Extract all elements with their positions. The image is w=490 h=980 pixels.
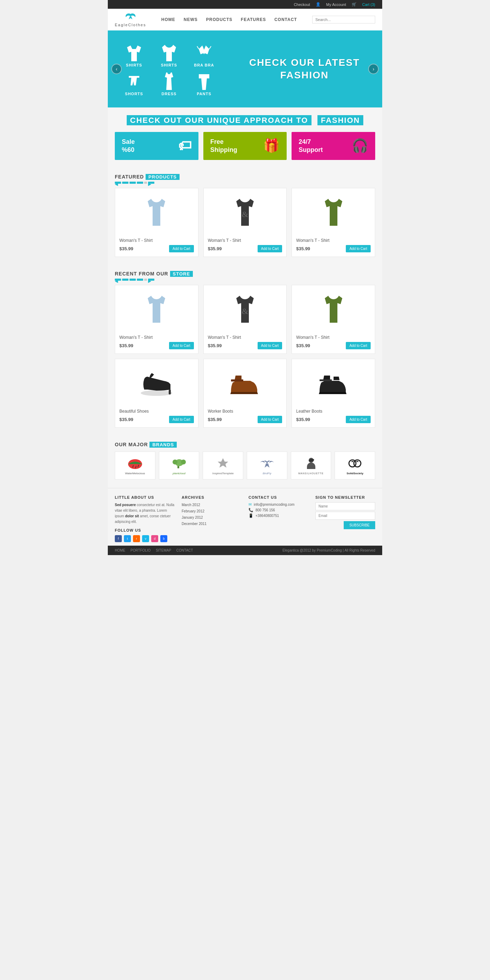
hero-item-bra[interactable]: BRA BRA: [188, 42, 220, 67]
recent-add-to-cart-2[interactable]: Add to Cart: [258, 342, 282, 349]
footer-nav-contact[interactable]: CONTACT: [177, 549, 193, 552]
featured-product-name-3: Woman's T - Shirt: [296, 238, 371, 243]
brand-plantcloud[interactable]: plantcloud: [159, 452, 199, 479]
featured-prev[interactable]: ◀: [115, 181, 121, 184]
newsletter-name-input[interactable]: [315, 502, 375, 510]
promo-support[interactable]: 24/7Support 🎧: [291, 132, 375, 160]
footer-nav-sitemap[interactable]: SITEMAP: [156, 549, 171, 552]
recent-product-img-shoes-1: [119, 363, 194, 405]
recent-add-to-cart-boots-1[interactable]: Add to Cart: [258, 416, 282, 423]
archive-march-2012[interactable]: March 2012: [181, 502, 242, 508]
brand-solidsociety[interactable]: SolidSociety: [335, 452, 375, 479]
recent-add-to-cart-boots-2[interactable]: Add to Cart: [346, 416, 371, 423]
recent-product-price-shoes-1: $35.99: [119, 417, 134, 422]
nav-contact[interactable]: CONTACT: [274, 17, 297, 22]
social-behance-icon[interactable]: b: [160, 535, 167, 542]
featured-product-img-1: [119, 192, 194, 234]
archive-december-2011[interactable]: December 2011: [181, 521, 242, 527]
top-bar: Checkout 👤 My Account 🛒 Cart (3): [108, 0, 382, 9]
hero-item-shorts[interactable]: SHORTS: [118, 71, 150, 96]
hero-label: SHORTS: [125, 92, 143, 96]
promo-support-label: 24/7Support: [299, 138, 323, 154]
recent-product-price-2: $35.99: [208, 343, 222, 348]
recent-product-bottom-1: $35.99 Add to Cart: [119, 342, 194, 349]
brand-inspired-label: InspiredTemplate: [212, 472, 234, 475]
recent-next[interactable]: ▶: [148, 278, 154, 281]
social-facebook-icon[interactable]: f: [115, 535, 122, 542]
hero-item-pants[interactable]: PANTS: [188, 71, 220, 96]
footer-contact-title: CONTACT US: [248, 495, 309, 500]
email-icon: ✉: [248, 502, 251, 507]
promo-sale-label: Sale%60: [122, 138, 135, 154]
hero-label: SHIRTS: [161, 63, 177, 67]
footer-social-icons: f t r v d b: [115, 535, 175, 542]
logo[interactable]: EagleClothes: [115, 12, 146, 27]
nav-dot-r1: [122, 278, 129, 281]
newsletter-email-input[interactable]: [315, 512, 375, 520]
hero-prev-arrow[interactable]: ‹: [111, 64, 122, 74]
brand-birdfly[interactable]: BirdFly: [247, 452, 287, 479]
archive-january-2012[interactable]: January 2012: [181, 515, 242, 520]
main-nav: HOME NEWS PRODUCTS FEATURES CONTACT: [161, 17, 297, 22]
hero-label: BRA BRA: [194, 63, 214, 67]
recent-product-name-3: Woman's T - Shirt: [296, 335, 371, 340]
recent-add-to-cart-1[interactable]: Add to Cart: [169, 342, 194, 349]
footer-nav-portfolio[interactable]: PORTFOLIO: [130, 549, 151, 552]
promo-shipping[interactable]: FreeShipping 🎁: [204, 132, 287, 160]
featured-title: FEATURED PRODUCTS: [115, 174, 375, 180]
recent-title: RECENT FROM OUR STORE: [115, 271, 375, 277]
footer-contact-mobile-row: 📱 +38640800751: [248, 514, 309, 518]
checkout-link[interactable]: Checkout: [294, 2, 310, 6]
footer-about-title: LITTLE ABOUT US: [115, 495, 175, 500]
svg-rect-6: [231, 379, 243, 382]
recent-add-to-cart-3[interactable]: Add to Cart: [346, 342, 371, 349]
recent-product-3: Woman's T - Shirt $35.99 Add to Cart: [291, 285, 375, 354]
search-input[interactable]: [312, 16, 375, 24]
newsletter-subscribe-button[interactable]: SUBSCRIBE: [344, 521, 375, 529]
footer-about-col: LITTLE ABOUT US Sed posuere consectetur …: [115, 495, 175, 542]
archive-february-2012[interactable]: February 2012: [181, 509, 242, 514]
recent-product-name-shoes-1: Beautiful Shoes: [119, 409, 194, 414]
brand-watermelocious[interactable]: WaterMelocious: [115, 452, 155, 479]
footer-nav-home[interactable]: HOME: [115, 549, 125, 552]
hero-label: SHIRTS: [126, 63, 142, 67]
cart-link[interactable]: Cart (3): [362, 2, 375, 6]
recent-products-grid-1: Woman's T - Shirt $35.99 Add to Cart & W…: [115, 285, 375, 354]
hero-next-arrow[interactable]: ›: [368, 64, 379, 74]
brand-birdfly-content: BirdFly: [258, 457, 276, 475]
social-vimeo-icon[interactable]: v: [142, 535, 149, 542]
hero-item-dress[interactable]: DRESS: [153, 71, 185, 96]
featured-product-price-2: $35.99: [208, 246, 222, 251]
promo-sale[interactable]: Sale%60 🏷: [115, 132, 199, 160]
social-rss-icon[interactable]: r: [133, 535, 140, 542]
recent-prev[interactable]: ◀: [115, 278, 121, 281]
footer-newsletter-col: SIGN TO NEWSLETTER SUBSCRIBE: [315, 495, 375, 542]
recent-product-bottom-3: $35.99 Add to Cart: [296, 342, 371, 349]
brands-title: OUR MAJOR BRANDS: [115, 442, 375, 447]
footer-archives-title: ARCHIVES: [181, 495, 242, 500]
nav-home[interactable]: HOME: [161, 17, 175, 22]
promo-sale-icon: 🏷: [178, 137, 191, 154]
hero-item-shirts2[interactable]: SHIRTS: [153, 42, 185, 67]
featured-product-bottom-2: $35.99 Add to Cart: [208, 245, 282, 252]
featured-next[interactable]: ▶: [148, 181, 154, 184]
featured-add-to-cart-3[interactable]: Add to Cart: [346, 245, 371, 252]
recent-product-price-1: $35.99: [119, 343, 134, 348]
nav-news[interactable]: NEWS: [184, 17, 198, 22]
social-twitter-icon[interactable]: t: [124, 535, 131, 542]
my-account-link[interactable]: My Account: [326, 2, 346, 6]
featured-add-to-cart-1[interactable]: Add to Cart: [169, 245, 194, 252]
phone-icon: 📞: [248, 508, 253, 512]
featured-add-to-cart-2[interactable]: Add to Cart: [258, 245, 282, 252]
recent-add-to-cart-shoes-1[interactable]: Add to Cart: [169, 416, 194, 423]
hero-item-shirts1[interactable]: SHIRTS: [118, 42, 150, 67]
brand-mansilhouette[interactable]: MANSILHOUETTE: [291, 452, 331, 479]
brands-section: OUR MAJOR BRANDS WaterMelocious: [108, 436, 382, 488]
social-dribbble-icon[interactable]: d: [151, 535, 158, 542]
brand-inspired[interactable]: InspiredTemplate: [203, 452, 243, 479]
header: EagleClothes HOME NEWS PRODUCTS FEATURES…: [108, 9, 382, 30]
recent-nav: ◀ ▶: [115, 278, 375, 281]
recent-product-shoes-1: Beautiful Shoes $35.99 Add to Cart: [115, 359, 199, 428]
nav-features[interactable]: FEATURES: [241, 17, 266, 22]
nav-products[interactable]: PRODUCTS: [206, 17, 232, 22]
